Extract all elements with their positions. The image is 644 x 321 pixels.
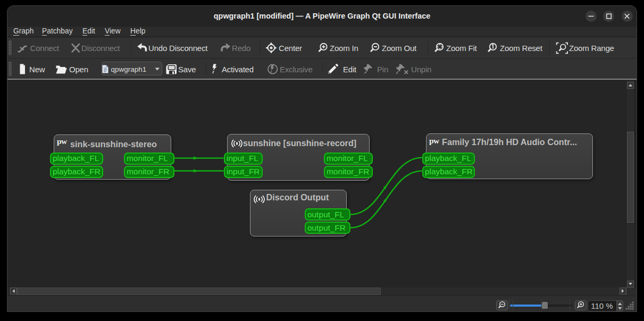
svg-text:pw: pw bbox=[429, 138, 440, 145]
svg-text:pw: pw bbox=[57, 139, 68, 146]
